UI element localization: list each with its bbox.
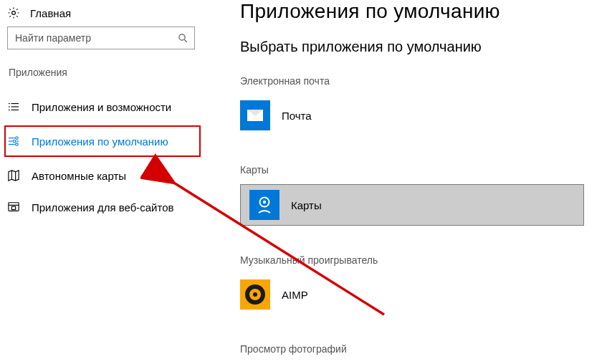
content-pane: Приложения по умолчанию Выбрать приложен… bbox=[201, 0, 607, 364]
sidebar-home[interactable]: Главная bbox=[4, 4, 201, 27]
category-photos: Просмотр фотографий bbox=[240, 343, 593, 355]
sidebar-item-apps-websites[interactable]: Приложения для веб-сайтов bbox=[4, 191, 201, 223]
svg-point-23 bbox=[263, 201, 266, 203]
default-email-app[interactable]: Почта bbox=[240, 95, 593, 135]
aimp-icon bbox=[240, 279, 270, 310]
app-label: AIMP bbox=[282, 289, 308, 301]
website-apps-icon bbox=[7, 201, 20, 213]
svg-point-1 bbox=[179, 34, 185, 39]
page-title: Приложения по умолчанию bbox=[240, 0, 593, 23]
svg-point-10 bbox=[16, 137, 19, 140]
search-input[interactable] bbox=[14, 32, 178, 44]
home-label: Главная bbox=[30, 7, 71, 19]
sidebar-item-apps-features[interactable]: Приложения и возможности bbox=[4, 91, 201, 123]
sidebar-item-offline-maps[interactable]: Автономные карты bbox=[4, 160, 201, 191]
app-label: Почта bbox=[282, 110, 312, 122]
mail-icon bbox=[240, 100, 270, 130]
category-email: Электронная почта bbox=[240, 75, 593, 87]
maps-app-icon bbox=[249, 190, 279, 220]
svg-line-2 bbox=[184, 39, 186, 42]
sidebar-item-label: Приложения для веб-сайтов bbox=[32, 201, 196, 214]
svg-point-0 bbox=[12, 11, 16, 15]
sidebar-item-default-apps[interactable]: Приложения по умолчанию bbox=[4, 125, 201, 157]
gear-icon bbox=[7, 6, 20, 19]
sidebar-item-label: Автономные карты bbox=[32, 170, 196, 182]
sidebar: Главная Приложения Приложения и возможно… bbox=[0, 0, 201, 364]
category-maps: Карты bbox=[240, 164, 593, 176]
sidebar-section-heading: Приложения bbox=[4, 67, 201, 78]
sidebar-item-label: Приложения по умолчанию bbox=[32, 135, 195, 148]
svg-rect-20 bbox=[11, 206, 15, 209]
svg-point-15 bbox=[16, 143, 19, 146]
search-input-wrapper[interactable] bbox=[7, 27, 195, 49]
map-icon bbox=[7, 170, 20, 181]
svg-point-27 bbox=[253, 292, 257, 297]
apps-list-icon bbox=[7, 101, 20, 112]
sidebar-item-label: Приложения и возможности bbox=[32, 101, 196, 113]
app-label: Карты bbox=[291, 199, 322, 211]
search-icon bbox=[178, 33, 188, 44]
default-maps-app[interactable]: Карты bbox=[240, 184, 584, 226]
default-apps-icon bbox=[7, 135, 20, 147]
category-music: Музыкальный проигрыватель bbox=[240, 254, 593, 266]
svg-point-12 bbox=[13, 140, 16, 143]
default-music-app[interactable]: AIMP bbox=[240, 274, 593, 315]
choose-defaults-heading: Выбрать приложения по умолчанию bbox=[240, 39, 593, 55]
